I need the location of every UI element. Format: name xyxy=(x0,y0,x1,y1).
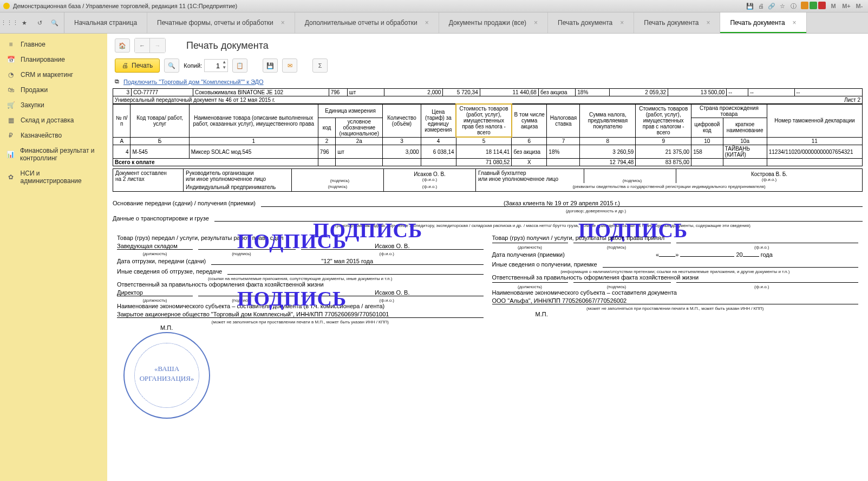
sidebar-icon: 🛍 xyxy=(6,86,15,94)
sidebar-item[interactable]: 📊Финансовый результат и контроллинг xyxy=(0,143,107,166)
copies-label: Копий: xyxy=(184,62,202,69)
sidebar-label: НСИ и администрирование xyxy=(21,170,101,185)
sidebar-icon: ✿ xyxy=(6,173,15,181)
content-area: 🏠 ← → Печать документа 🖨Печать 🔍 Копий: … xyxy=(107,34,868,481)
close-icon[interactable]: × xyxy=(425,19,429,27)
tab[interactable]: Дополнительные отчеты и обработки× xyxy=(295,12,439,33)
sidebar-icon: 🛒 xyxy=(6,101,15,109)
sidebar-label: CRM и маркетинг xyxy=(21,71,73,79)
sidebar-icon: 📅 xyxy=(6,56,15,63)
sidebar-label: Закупки xyxy=(21,101,44,109)
sidebar-item[interactable]: 📅Планирование xyxy=(0,52,107,67)
history-icon[interactable]: ↺ xyxy=(35,18,44,28)
close-icon[interactable]: × xyxy=(281,19,285,27)
sidebar-icon: ◔ xyxy=(6,71,15,79)
tab[interactable]: Документы продажи (все)× xyxy=(439,12,548,33)
sidebar-item[interactable]: ₽Казначейство xyxy=(0,128,107,143)
sidebar-icon: ₽ xyxy=(6,132,15,139)
row3-table: 3 СО-77777 Соковыжималка BINATONE JE 102… xyxy=(113,88,863,96)
spin-down[interactable]: ▼ xyxy=(221,66,227,71)
fav-icon[interactable]: ☆ xyxy=(778,2,787,10)
close-icon[interactable]: × xyxy=(620,19,624,27)
tab[interactable]: Начальная страница xyxy=(64,12,147,33)
tab[interactable]: Печатные формы, отчеты и обработки× xyxy=(147,12,295,33)
edo-icon: ⧉ xyxy=(115,78,119,85)
close-icon[interactable]: × xyxy=(793,19,797,27)
sidebar-item[interactable]: 🛒Закупки xyxy=(0,98,107,113)
sidebar-item[interactable]: ◔CRM и маркетинг xyxy=(0,67,107,82)
print-icon[interactable]: 🖨 xyxy=(756,2,765,10)
forward-button[interactable]: → xyxy=(150,38,165,53)
close-icon[interactable]: × xyxy=(706,19,710,27)
save-icon[interactable]: 💾 xyxy=(746,2,754,10)
sidebar-label: Планирование xyxy=(21,56,65,63)
tab[interactable]: Печать документа× xyxy=(720,12,806,33)
edo-link[interactable]: Подключить "Торговый дом "Комплексный"" … xyxy=(123,79,264,85)
sidebar-item[interactable]: 🛍Продажи xyxy=(0,82,107,98)
sidebar-label: Казначейство xyxy=(21,132,62,139)
preview-button[interactable]: 🔍 xyxy=(164,58,179,73)
calc-icons[interactable] xyxy=(800,2,826,10)
search-icon[interactable]: 🔍 xyxy=(50,18,60,28)
m-btn[interactable]: M xyxy=(828,3,839,9)
sidebar-label: Продажи xyxy=(21,86,48,94)
app-icon xyxy=(3,3,10,9)
sidebar-label: Главное xyxy=(21,41,45,48)
mail-button[interactable]: ✉ xyxy=(282,58,297,73)
main-grid: № п/п Код товара/ работ, услуг Наименова… xyxy=(113,103,863,166)
save-button[interactable]: 💾 xyxy=(263,58,278,73)
print-button[interactable]: 🖨Печать xyxy=(115,58,160,73)
sidebar: ≡Главное📅Планирование◔CRM и маркетинг🛍Пр… xyxy=(0,34,107,481)
mminus-btn[interactable]: M- xyxy=(854,3,865,9)
titlebar: Демонстрационная база / Управление торго… xyxy=(0,0,868,12)
tabbar: ⋮⋮⋮ ★ ↺ 🔍 Начальная страницаПечатные фор… xyxy=(0,12,868,34)
link-icon[interactable]: 🔗 xyxy=(767,2,776,10)
tab[interactable]: Печать документа× xyxy=(634,12,720,33)
sidebar-icon: ≡ xyxy=(6,41,15,48)
sidebar-item[interactable]: ≡Главное xyxy=(0,37,107,52)
sidebar-label: Склад и доставка xyxy=(21,116,74,124)
sidebar-item[interactable]: ▦Склад и доставка xyxy=(0,113,107,128)
sum-button[interactable]: Σ xyxy=(312,58,328,73)
help-icon[interactable]: ⓘ xyxy=(789,2,798,10)
sidebar-label: Финансовый результат и контроллинг xyxy=(20,147,101,162)
close-icon[interactable]: × xyxy=(534,19,538,27)
sidebar-item[interactable]: ✿НСИ и администрирование xyxy=(0,166,107,188)
settings-button[interactable]: 📋 xyxy=(232,58,247,73)
stamp: «ВАША ОРГАНИЗАЦИЯ» xyxy=(123,332,210,419)
star-icon[interactable]: ★ xyxy=(19,18,29,28)
home-button[interactable]: 🏠 xyxy=(115,38,130,53)
apps-icon[interactable]: ⋮⋮⋮ xyxy=(4,18,14,28)
sidebar-icon: ▦ xyxy=(6,116,15,124)
window-title: Демонстрационная база / Управление торго… xyxy=(13,3,237,9)
mplus-btn[interactable]: M+ xyxy=(841,3,852,9)
back-button[interactable]: ← xyxy=(135,38,150,53)
tab[interactable]: Печать документа× xyxy=(548,12,634,33)
sidebar-icon: 📊 xyxy=(6,151,15,158)
page-title: Печать документа xyxy=(186,40,269,51)
